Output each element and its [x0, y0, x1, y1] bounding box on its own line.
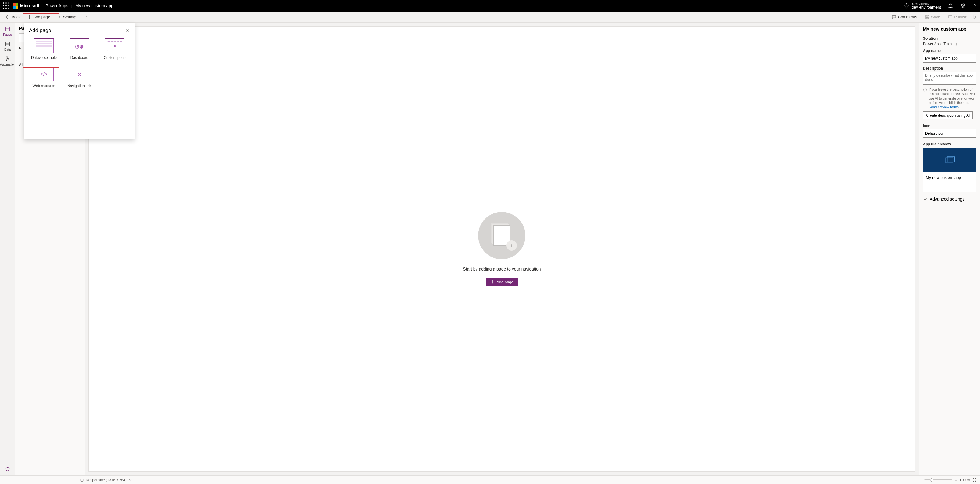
- svg-point-10: [59, 16, 60, 18]
- rail-pages-label: Pages: [0, 33, 15, 36]
- gear-icon: [57, 14, 62, 19]
- svg-point-8: [8, 8, 10, 9]
- global-header: Microsoft Power Apps | My new custom app…: [0, 0, 980, 11]
- back-button-label: Back: [11, 14, 21, 19]
- automation-icon: [5, 56, 10, 62]
- svg-point-3: [3, 5, 4, 6]
- publish-button-label: Publish: [954, 14, 967, 19]
- tile-label: Custom page: [100, 56, 130, 60]
- data-icon: [5, 41, 10, 47]
- zoom-out-button[interactable]: −: [919, 477, 922, 482]
- add-page-primary-button[interactable]: Add page: [486, 278, 518, 286]
- command-bar: Back Add page Settings Comments Save Pub…: [0, 11, 980, 22]
- tile-web-resource[interactable]: </> Web resource: [29, 67, 59, 88]
- publish-button[interactable]: Publish: [945, 13, 970, 21]
- tile-preview: My new custom app: [923, 148, 976, 192]
- plus-icon: [27, 14, 32, 19]
- rail-copilot[interactable]: [0, 465, 15, 476]
- svg-point-11: [84, 16, 85, 17]
- zoom-in-button[interactable]: +: [955, 477, 957, 482]
- icon-select[interactable]: [923, 129, 976, 138]
- back-arrow-icon: [5, 14, 10, 19]
- play-icon[interactable]: [973, 15, 977, 19]
- svg-rect-26: [947, 157, 955, 162]
- ai-info-row: If you leave the description of this app…: [923, 87, 976, 109]
- svg-rect-27: [80, 479, 84, 481]
- svg-point-4: [5, 5, 7, 6]
- ai-terms-link[interactable]: Read preview terms: [929, 105, 959, 109]
- responsive-label[interactable]: Responsive (1316 x 784): [86, 478, 126, 482]
- appname-label: App name: [923, 49, 976, 53]
- save-button[interactable]: Save: [923, 13, 943, 21]
- rail-pages[interactable]: Pages: [0, 24, 15, 39]
- save-icon: [925, 14, 930, 19]
- tile-label: Navigation link: [64, 84, 94, 88]
- product-name[interactable]: Power Apps: [45, 3, 68, 8]
- tile-dashboard[interactable]: ◔◕ Dashboard: [64, 38, 94, 60]
- zoom-slider[interactable]: [924, 479, 952, 480]
- back-button[interactable]: Back: [3, 13, 23, 21]
- svg-point-5: [8, 5, 10, 6]
- publish-icon: [948, 14, 953, 19]
- tile-label: Dashboard: [64, 56, 94, 60]
- close-icon[interactable]: [125, 28, 130, 33]
- rail-automation[interactable]: Automation: [0, 54, 15, 69]
- empty-state-message: Start by adding a page to your navigatio…: [463, 267, 541, 272]
- left-rail: Pages Data Automation: [0, 22, 15, 476]
- svg-point-13: [88, 16, 88, 17]
- advanced-settings-toggle[interactable]: Advanced settings: [923, 196, 976, 201]
- plus-badge-icon: ＋: [506, 240, 517, 251]
- create-description-ai-button[interactable]: Create description using AI: [923, 112, 973, 120]
- save-button-label: Save: [931, 14, 940, 19]
- settings-icon[interactable]: [960, 3, 966, 8]
- tile-preview-name: My new custom app: [923, 172, 976, 192]
- svg-point-0: [3, 2, 4, 4]
- settings-button-label: Settings: [63, 14, 78, 19]
- environment-selector[interactable]: Environment dev environment: [904, 2, 941, 10]
- canvas-frame: ＋ Start by adding a page to your navigat…: [89, 26, 915, 472]
- help-icon[interactable]: [972, 3, 978, 8]
- plus-icon: [490, 280, 495, 284]
- more-button[interactable]: [82, 13, 91, 21]
- svg-point-12: [86, 16, 87, 17]
- chevron-down-icon: [923, 197, 927, 201]
- app-tile-icon: [945, 156, 955, 165]
- app-context-name: My new custom app: [75, 3, 113, 8]
- tile-custom-page[interactable]: ✦ Custom page: [100, 38, 130, 60]
- solution-value: Power Apps Training: [923, 42, 976, 46]
- rail-data-label: Data: [0, 48, 15, 51]
- canvas-area: ＋ Start by adding a page to your navigat…: [85, 22, 919, 476]
- more-icon: [84, 14, 89, 19]
- zoom-value: 100 %: [959, 478, 970, 482]
- comments-button[interactable]: Comments: [889, 13, 920, 21]
- empty-state: ＋ Start by adding a page to your navigat…: [463, 212, 541, 286]
- ai-info-text: If you leave the description of this app…: [929, 88, 975, 104]
- appname-input[interactable]: [923, 54, 976, 62]
- device-icon: [80, 478, 84, 482]
- svg-point-21: [6, 467, 9, 471]
- add-page-button[interactable]: Add page: [25, 13, 53, 21]
- properties-panel: My new custom app Solution Power Apps Tr…: [919, 22, 980, 476]
- rail-data[interactable]: Data: [0, 39, 15, 54]
- status-bar: Responsive (1316 x 784) − + 100 %: [0, 476, 980, 484]
- properties-title: My new custom app: [923, 26, 976, 32]
- description-label: Description: [923, 66, 976, 70]
- fit-screen-icon[interactable]: [972, 478, 976, 482]
- microsoft-logo-text: Microsoft: [20, 3, 39, 8]
- description-input[interactable]: [923, 72, 976, 85]
- svg-rect-17: [5, 42, 10, 46]
- notifications-icon[interactable]: [948, 3, 953, 8]
- add-page-primary-button-label: Add page: [496, 280, 514, 284]
- app-launcher-icon[interactable]: [2, 2, 10, 10]
- solution-label: Solution: [923, 36, 976, 41]
- svg-point-1: [5, 2, 7, 4]
- chevron-down-icon[interactable]: [128, 478, 132, 482]
- settings-button[interactable]: Settings: [55, 13, 80, 21]
- tile-dataverse-table[interactable]: Dataverse table: [29, 38, 59, 60]
- tile-navigation-link[interactable]: ⊘ Navigation link: [64, 67, 94, 88]
- comments-button-label: Comments: [898, 14, 917, 19]
- svg-point-9: [975, 7, 975, 8]
- environment-name: dev environment: [912, 5, 941, 10]
- svg-point-2: [8, 2, 10, 4]
- empty-state-illustration: ＋: [478, 212, 525, 259]
